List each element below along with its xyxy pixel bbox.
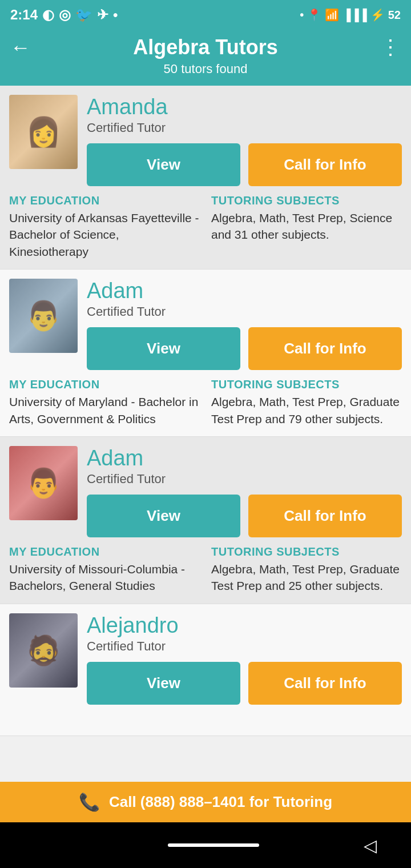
status-icon-dot: • bbox=[113, 7, 118, 23]
call-for-info-button[interactable]: Call for Info bbox=[248, 662, 402, 705]
tutor-cert: Certified Tutor bbox=[87, 120, 402, 135]
more-button[interactable]: ⋮ bbox=[372, 35, 401, 59]
subjects-value: Algebra, Math, Test Prep, Science and 31… bbox=[211, 210, 402, 243]
tutor-card: 👨 Adam Certified Tutor View Call for Inf… bbox=[0, 270, 411, 437]
tutor-name: Adam bbox=[87, 279, 402, 303]
status-right: • 📍 📶 ▐▐▐ ⚡ 52 bbox=[300, 8, 401, 22]
tutor-card: 🧔 Alejandro Certified Tutor View Call fo… bbox=[0, 604, 411, 736]
status-icon-send: ✈ bbox=[97, 7, 108, 23]
status-icon-twitter: 🐦 bbox=[75, 7, 92, 23]
tutor-cert: Certified Tutor bbox=[87, 639, 402, 654]
view-button[interactable]: View bbox=[87, 327, 240, 370]
tutor-name: Adam bbox=[87, 446, 402, 471]
call-for-info-button[interactable]: Call for Info bbox=[248, 143, 402, 186]
tutor-buttons: View Call for Info bbox=[87, 143, 402, 186]
tutor-info: Adam Certified Tutor View Call for Info bbox=[87, 279, 402, 370]
status-bar: 2:14 ◐ ◎ 🐦 ✈ • • 📍 📶 ▐▐▐ ⚡ 52 bbox=[0, 0, 411, 30]
status-icon-wifi: 📶 bbox=[325, 8, 339, 22]
subjects-label: TUTORING SUBJECTS bbox=[211, 194, 402, 207]
education-value: University of Maryland - Bachelor in Art… bbox=[9, 393, 200, 427]
education-label: MY EDUCATION bbox=[9, 545, 200, 558]
status-icon-location: 📍 bbox=[307, 8, 321, 22]
tutor-list: 👩 Amanda Certified Tutor View Call for I… bbox=[0, 86, 411, 782]
tutor-top: 🧔 Alejandro Certified Tutor View Call fo… bbox=[9, 613, 402, 705]
subjects-col: TUTORING SUBJECTS Algebra, Math, Test Pr… bbox=[211, 378, 402, 427]
education-label: MY EDUCATION bbox=[9, 378, 200, 391]
tutor-photo: 👨 bbox=[9, 446, 78, 520]
nav-center bbox=[63, 843, 364, 847]
tutor-info: Amanda Certified Tutor View Call for Inf… bbox=[87, 95, 402, 186]
tutor-top: 👨 Adam Certified Tutor View Call for Inf… bbox=[9, 446, 402, 537]
call-for-info-button[interactable]: Call for Info bbox=[248, 495, 402, 537]
home-indicator bbox=[168, 843, 259, 847]
status-time: 2:14 bbox=[10, 7, 38, 23]
subjects-label: TUTORING SUBJECTS bbox=[211, 545, 402, 558]
nav-bar: ◁ bbox=[0, 822, 411, 868]
subjects-col: TUTORING SUBJECTS Algebra, Math, Test Pr… bbox=[211, 194, 402, 260]
app-header: ← Algebra Tutors ⋮ 50 tutors found bbox=[0, 30, 411, 86]
tutor-top: 👨 Adam Certified Tutor View Call for Inf… bbox=[9, 279, 402, 370]
tutor-info: Alejandro Certified Tutor View Call for … bbox=[87, 613, 402, 705]
page-title: Algebra Tutors bbox=[39, 35, 372, 59]
tutor-name: Alejandro bbox=[87, 613, 402, 638]
education-label: MY EDUCATION bbox=[9, 194, 200, 207]
status-signal: ▐▐▐ bbox=[342, 9, 367, 22]
tutor-count: 50 tutors found bbox=[10, 62, 401, 77]
call-bar[interactable]: 📞 Call (888) 888–1401 for Tutoring bbox=[0, 782, 411, 822]
status-icon-ring: ◎ bbox=[59, 7, 71, 23]
education-col: MY EDUCATION University of Arkansas Faye… bbox=[9, 194, 200, 260]
tutor-card: 👩 Amanda Certified Tutor View Call for I… bbox=[0, 86, 411, 270]
tutor-details: MY EDUCATION University of Maryland - Ba… bbox=[9, 378, 402, 427]
status-icon-moon: ◐ bbox=[42, 7, 54, 23]
status-dot: • bbox=[300, 9, 304, 22]
education-col: MY EDUCATION University of Missouri-Colu… bbox=[9, 545, 200, 594]
tutor-buttons: View Call for Info bbox=[87, 495, 402, 537]
view-button[interactable]: View bbox=[87, 662, 240, 705]
tutor-photo: 👩 bbox=[9, 95, 78, 169]
subjects-value: Algebra, Math, Test Prep, Graduate Test … bbox=[211, 561, 402, 594]
education-col: MY EDUCATION University of Maryland - Ba… bbox=[9, 378, 200, 427]
tutor-buttons: View Call for Info bbox=[87, 327, 402, 370]
subjects-label: TUTORING SUBJECTS bbox=[211, 378, 402, 391]
tutor-photo: 👨 bbox=[9, 279, 78, 353]
subjects-value: Algebra, Math, Test Prep, Graduate Test … bbox=[211, 393, 402, 427]
status-battery-level: 52 bbox=[388, 9, 401, 22]
status-battery: ⚡ bbox=[370, 8, 385, 22]
view-button[interactable]: View bbox=[87, 495, 240, 537]
subjects-col: TUTORING SUBJECTS Algebra, Math, Test Pr… bbox=[211, 545, 402, 594]
back-button[interactable]: ← bbox=[10, 35, 39, 59]
tutor-cert: Certified Tutor bbox=[87, 304, 402, 319]
status-left: 2:14 ◐ ◎ 🐦 ✈ • bbox=[10, 7, 118, 23]
call-for-info-button[interactable]: Call for Info bbox=[248, 327, 402, 370]
tutor-card: 👨 Adam Certified Tutor View Call for Inf… bbox=[0, 437, 411, 604]
tutor-name: Amanda bbox=[87, 95, 402, 119]
call-bar-text: Call (888) 888–1401 for Tutoring bbox=[109, 793, 332, 811]
tutor-cert: Certified Tutor bbox=[87, 472, 402, 487]
nav-back-button[interactable]: ◁ bbox=[364, 835, 377, 855]
tutor-photo: 🧔 bbox=[9, 613, 78, 688]
tutor-details: MY EDUCATION University of Arkansas Faye… bbox=[9, 194, 402, 260]
view-button[interactable]: View bbox=[87, 143, 240, 186]
tutor-details: MY EDUCATION University of Missouri-Colu… bbox=[9, 545, 402, 594]
education-value: University of Missouri-Columbia - Bachel… bbox=[9, 561, 200, 594]
phone-icon: 📞 bbox=[79, 792, 100, 812]
tutor-buttons: View Call for Info bbox=[87, 662, 402, 705]
tutor-top: 👩 Amanda Certified Tutor View Call for I… bbox=[9, 95, 402, 186]
education-value: University of Arkansas Fayetteville - Ba… bbox=[9, 210, 200, 260]
tutor-info: Adam Certified Tutor View Call for Info bbox=[87, 446, 402, 537]
header-row: ← Algebra Tutors ⋮ bbox=[10, 35, 401, 59]
